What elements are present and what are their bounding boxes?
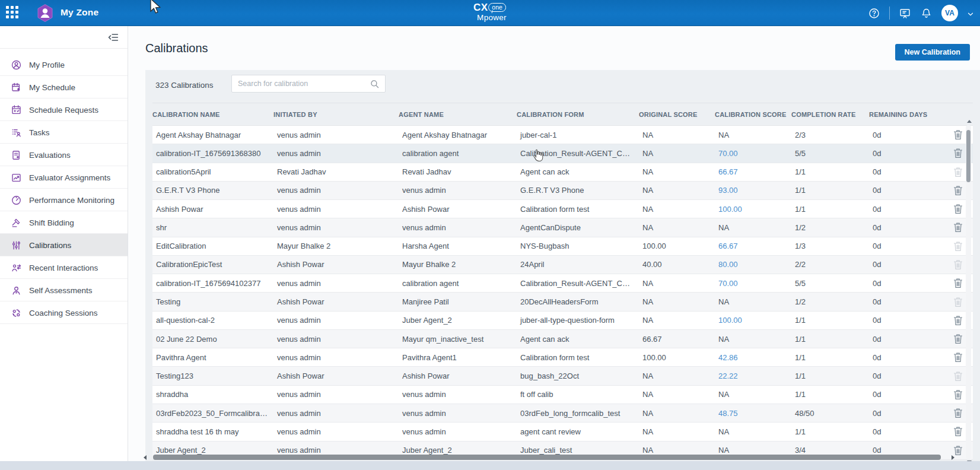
cell-calibration-score[interactable]: 48.75 <box>715 409 791 418</box>
table-row[interactable]: Agent Akshay Bhatnagar venus admin Agent… <box>152 126 973 144</box>
cell-calibration-score[interactable]: 80.00 <box>715 260 791 269</box>
delete-trash-icon[interactable] <box>953 315 963 326</box>
calibrations-count: 323 Calibrations <box>155 81 214 90</box>
sidebar-collapse-icon[interactable] <box>107 31 120 44</box>
column-header-completion-rate[interactable]: COMPLETION RATE <box>791 111 869 118</box>
delete-trash-icon <box>953 297 963 307</box>
cell-initiated-by: venus admin <box>273 223 399 232</box>
scroll-left-arrow[interactable] <box>144 455 147 460</box>
sidebar-item-performance-monitoring[interactable]: Performance Monitoring <box>0 189 128 211</box>
table-row[interactable]: Ashish Powar venus admin Ashish Powar Ca… <box>152 200 973 218</box>
self-assessments-icon <box>11 285 22 296</box>
classroom-screen-icon[interactable] <box>899 7 911 20</box>
cell-calibration-score[interactable]: 70.00 <box>715 279 791 288</box>
sidebar-item-coaching-sessions[interactable]: Coaching Sessions <box>0 301 128 324</box>
column-header-calibration-score[interactable]: CALIBRATION SCORE <box>715 111 791 118</box>
delete-trash-icon[interactable] <box>953 426 963 437</box>
new-calibration-button[interactable]: New Calibration <box>895 44 970 61</box>
help-icon[interactable] <box>868 7 880 20</box>
delete-trash-icon[interactable] <box>953 278 963 288</box>
user-avatar[interactable]: VA <box>941 5 958 21</box>
table-row[interactable]: shr venus admin venus admin AgentCanDisp… <box>152 218 973 237</box>
horizontal-scrollbar[interactable] <box>149 455 949 460</box>
table-row[interactable]: calibration-IT_1675691368380 venus admin… <box>152 144 973 163</box>
table-row[interactable]: calibration5April Revati Jadhav Revati J… <box>152 163 973 182</box>
delete-trash-icon <box>953 371 963 382</box>
cell-calibration-score: NA <box>715 131 791 139</box>
sidebar-item-my-schedule[interactable]: My Schedule <box>0 76 128 99</box>
sidebar-item-recent-interactions[interactable]: Recent Interactions <box>0 256 128 279</box>
cell-original-score: NA <box>639 297 715 306</box>
cell-calibration-score[interactable]: 22.22 <box>715 371 791 380</box>
cell-calibration-name: Juber Agent_2 <box>152 446 273 455</box>
column-header-agent-name[interactable]: AGENT NAME <box>399 111 517 118</box>
logo-mpower-text: Mpower <box>477 14 507 22</box>
column-header-calibration-name[interactable]: CALIBRATION NAME <box>152 111 273 118</box>
delete-trash-icon[interactable] <box>953 148 963 158</box>
column-header-original-score[interactable]: ORIGINAL SCORE <box>639 111 715 118</box>
table-row[interactable]: 02 June 22 Demo venus admin Mayur qm_ina… <box>152 330 973 348</box>
sidebar-item-shift-bidding[interactable]: Shift Bidding <box>0 211 128 234</box>
table-row[interactable]: 03rdFeb2023_50_Formcalibratio... venus a… <box>152 404 973 423</box>
scroll-right-arrow[interactable] <box>952 455 954 460</box>
table-row[interactable]: G.E.R.T V3 Phone venus admin venus admin… <box>152 182 973 200</box>
cell-calibration-score[interactable]: 70.00 <box>715 149 791 158</box>
sidebar-item-schedule-requests[interactable]: Schedule Requests <box>0 99 128 121</box>
delete-trash-icon[interactable] <box>953 222 963 233</box>
delete-trash-icon[interactable] <box>953 445 963 456</box>
table-row[interactable]: Testing123 Ashish Powar Ashish Powar bug… <box>152 367 973 385</box>
cell-calibration-score: NA <box>715 297 791 306</box>
horizontal-scrollbar-thumb[interactable] <box>153 455 941 460</box>
sidebar-item-tasks[interactable]: Tasks <box>0 121 128 144</box>
app-launcher-grid-icon[interactable] <box>6 6 21 21</box>
cell-calibration-score[interactable]: 100.00 <box>715 205 791 214</box>
cell-calibration-score[interactable]: 100.00 <box>715 316 791 325</box>
search-icon[interactable] <box>370 79 380 89</box>
cell-calibration-score[interactable]: 66.67 <box>715 167 791 176</box>
vertical-scrollbar-thumb[interactable] <box>966 130 971 182</box>
cell-calibration-score[interactable]: 42.86 <box>715 353 791 362</box>
search-input[interactable] <box>232 80 370 88</box>
delete-trash-icon[interactable] <box>953 352 963 363</box>
sidebar-item-calibrations[interactable]: Calibrations <box>0 234 128 256</box>
table-row[interactable]: shraddha venus admin venus admin ft off … <box>152 386 973 404</box>
sidebar-item-evaluations[interactable]: Evaluations <box>0 144 128 166</box>
table-row[interactable]: CalibrationEpicTest Ashish Powar Mayur B… <box>152 256 973 274</box>
notifications-bell-icon[interactable] <box>920 7 933 20</box>
cell-initiated-by: venus admin <box>273 131 399 139</box>
cell-calibration-score[interactable]: 66.67 <box>715 242 791 250</box>
table-row[interactable]: EditCalibration Mayur Bhalke 2 Harsha Ag… <box>152 237 973 256</box>
cell-calibration-name: Agent Akshay Bhatnagar <box>152 131 273 139</box>
sidebar-item-my-profile[interactable]: My Profile <box>0 53 128 76</box>
sidebar-item-evaluator-assignments[interactable]: Evaluator Assignments <box>0 166 128 189</box>
cell-completion-rate: 1/1 <box>791 186 869 195</box>
delete-trash-icon[interactable] <box>953 408 963 418</box>
cell-agent-name: venus admin <box>399 409 517 418</box>
column-header-calibration-form[interactable]: CALIBRATION FORM <box>517 111 639 118</box>
column-header-remaining-days[interactable]: REMAINING DAYS <box>869 111 947 118</box>
table-row[interactable]: calibration-IT_1675694102377 venus admin… <box>152 274 973 293</box>
table-header-row: CALIBRATION NAMEINITIATED BYAGENT NAMECA… <box>152 103 973 125</box>
sidebar-item-label: Tasks <box>29 128 50 137</box>
cell-initiated-by: Ashish Powar <box>273 371 399 380</box>
delete-trash-icon[interactable] <box>953 185 963 196</box>
delete-trash-icon[interactable] <box>953 389 963 400</box>
sidebar-item-self-assessments[interactable]: Self Assessments <box>0 279 128 301</box>
scroll-up-arrow[interactable] <box>967 120 972 123</box>
delete-trash-icon[interactable] <box>953 129 963 140</box>
cell-agent-name: Ashish Powar <box>399 371 517 380</box>
table-row[interactable]: Pavithra Agent venus admin Pavithra Agen… <box>152 348 973 367</box>
table-row[interactable]: all-question-cal-2 venus admin Juber Age… <box>152 312 973 330</box>
table-row[interactable]: Testing Ashish Powar Manjiree Patil 20De… <box>152 293 973 311</box>
vertical-scrollbar[interactable] <box>966 125 971 459</box>
delete-trash-icon[interactable] <box>953 334 963 344</box>
cell-completion-rate: 1/1 <box>791 167 869 176</box>
column-header-initiated-by[interactable]: INITIATED BY <box>273 111 399 118</box>
avatar-chevron-down-icon[interactable] <box>967 9 974 17</box>
calibrations-icon <box>11 240 22 251</box>
delete-trash-icon[interactable] <box>953 204 963 214</box>
table-row[interactable]: shraddha test 16 th may venus admin venu… <box>152 423 973 441</box>
cell-calibration-score[interactable]: 93.00 <box>715 186 791 195</box>
cell-remaining-days: 0d <box>869 205 947 214</box>
cell-calibration-score: NA <box>715 390 791 399</box>
